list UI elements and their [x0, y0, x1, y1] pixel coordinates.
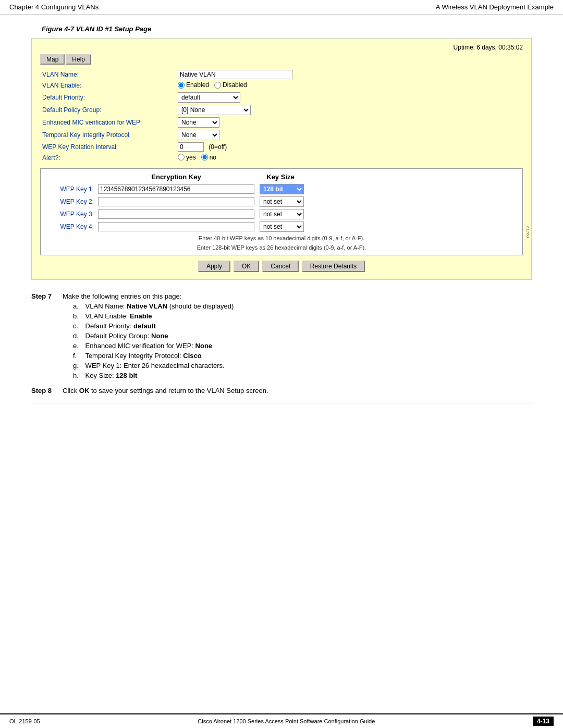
wep-key-1-input[interactable]: [98, 184, 254, 194]
action-buttons: Apply OK Cancel Restore Defaults: [40, 261, 523, 272]
step-7-content: Make the following entries on this page:…: [63, 292, 532, 381]
enc-hint-2: Enter 128-bit WEP keys as 26 hexadecimal…: [46, 244, 517, 251]
wep-key-2-size-select[interactable]: not set 64 bit 128 bit: [260, 196, 304, 207]
wep-rotation-row: WEP Key Rotation Interval: (0=off): [40, 141, 523, 153]
wep-key-2-label: WEP Key 2:: [46, 198, 98, 205]
step-7-label: Step 7: [31, 292, 63, 300]
wep-key-4-size-wrapper: not set 64 bit 128 bit: [260, 221, 307, 232]
enc-header-row: Encryption Key Key Size: [46, 173, 517, 181]
enhanced-mic-select[interactable]: None: [178, 117, 219, 128]
default-priority-row: Default Priority: default: [40, 91, 523, 104]
step-8-content: Click OK to save your settings and retur…: [63, 387, 532, 394]
alert-label: Alert?:: [40, 153, 176, 164]
wep-key-2-input-wrapper: [98, 197, 254, 206]
ok-button[interactable]: OK: [234, 261, 259, 272]
wep-key-3-row: WEP Key 3: not set 64 bit 128 bit: [46, 209, 517, 219]
wep-rotation-label: WEP Key Rotation Interval:: [40, 141, 176, 153]
step-7h-bold: 128 bit: [116, 372, 137, 379]
restore-defaults-button[interactable]: Restore Defaults: [302, 261, 365, 272]
step-7c: c. Default Priority: default: [73, 322, 532, 330]
tkip-label: Temporal Key Integrity Protocol:: [40, 129, 176, 141]
wep-key-2-size-wrapper: not set 64 bit 128 bit: [260, 196, 307, 207]
section-label: A Wireless VLAN Deployment Example: [436, 3, 554, 11]
wep-key-2-input[interactable]: [98, 197, 254, 206]
apply-button[interactable]: Apply: [198, 261, 230, 272]
wep-key-3-size-select[interactable]: not set 64 bit 128 bit: [260, 209, 304, 219]
chapter-label: Chapter 4 Configuring VLANs: [9, 3, 99, 11]
main-content: Figure 4-7 VLAN ID #1 Setup Page Uptime:…: [0, 15, 563, 422]
step-7a: a. VLAN Name: Native VLAN (should be dis…: [73, 302, 532, 310]
alert-no-label[interactable]: no: [201, 154, 216, 161]
disabled-radio[interactable]: [214, 82, 221, 89]
step-7d-bold: None: [151, 332, 168, 340]
wep-key-1-input-wrapper: [98, 184, 254, 194]
vlan-name-label: VLAN Name:: [40, 69, 176, 80]
uptime-row: Uptime: 6 days, 00:35:02: [40, 44, 523, 51]
wep-key-1-label: WEP Key 1:: [46, 186, 98, 193]
wep-key-1-size-select[interactable]: 128 bit 64 bit not set: [260, 184, 304, 194]
step-7e-bold: None: [195, 342, 213, 350]
step-7-intro: Make the following entries on this page:: [63, 292, 532, 300]
step-7-row: Step 7 Make the following entries on thi…: [31, 292, 532, 381]
step-7d: d. Default Policy Group: None: [73, 332, 532, 340]
default-priority-select[interactable]: default: [178, 92, 240, 103]
vlan-enable-row: VLAN Enable: Enabled Disabled: [40, 80, 523, 91]
tkip-select[interactable]: None: [178, 130, 219, 140]
enabled-radio[interactable]: [178, 82, 185, 89]
enhanced-mic-label: Enhanced MIC verification for WEP:: [40, 116, 176, 129]
vlan-enable-label: VLAN Enable:: [40, 80, 176, 91]
vlan-name-input[interactable]: [178, 70, 292, 79]
footer-divider: [31, 403, 532, 403]
alert-yes-radio[interactable]: [178, 154, 185, 161]
enc-size-header: Key Size: [254, 173, 307, 181]
enc-hint-1: Enter 40-bit WEP keys as 10 hexadecimal …: [46, 235, 517, 241]
step-8-row: Step 8 Click OK to save your settings an…: [31, 387, 532, 394]
wep-key-3-input[interactable]: [98, 209, 254, 219]
screenshot-box: Uptime: 6 days, 00:35:02 Map Help VLAN N…: [31, 38, 532, 280]
alert-no-radio[interactable]: [201, 154, 208, 161]
vlan-enable-radio-group: Enabled Disabled: [178, 81, 247, 89]
help-button[interactable]: Help: [66, 54, 91, 65]
disabled-radio-label[interactable]: Disabled: [214, 81, 247, 89]
wep-key-3-input-wrapper: [98, 209, 254, 219]
step-7f: f. Temporal Key Integrity Protocol: Cisc…: [73, 352, 532, 360]
wep-rotation-note: (0=off): [209, 143, 227, 151]
step-8-label: Step 8: [31, 387, 63, 394]
uptime-label: Uptime: 6 days, 00:35:02: [454, 44, 523, 51]
wep-rotation-input[interactable]: [178, 142, 204, 152]
step-7a-bold: Native VLAN: [127, 302, 167, 310]
enc-key-header: Encryption Key: [98, 173, 254, 181]
page-header: Chapter 4 Configuring VLANs A Wireless V…: [0, 0, 563, 15]
footer-center: Cisco Aironet 1200 Series Access Point S…: [198, 718, 375, 724]
step-7h: h. Key Size: 128 bit: [73, 372, 532, 379]
enhanced-mic-row: Enhanced MIC verification for WEP: None: [40, 116, 523, 129]
wep-key-2-row: WEP Key 2: not set 64 bit 128 bit: [46, 196, 517, 207]
step-7b: b. VLAN Enable: Enable: [73, 312, 532, 320]
wep-key-3-size-wrapper: not set 64 bit 128 bit: [260, 209, 307, 219]
step-8-ok-bold: OK: [79, 387, 90, 394]
alert-yes-label[interactable]: yes: [178, 154, 196, 161]
encryption-section: Encryption Key Key Size WEP Key 1: 128 b…: [40, 168, 523, 255]
wep-key-4-size-select[interactable]: not set 64 bit 128 bit: [260, 221, 304, 232]
enabled-radio-label[interactable]: Enabled: [178, 81, 209, 89]
steps-section: Step 7 Make the following entries on thi…: [31, 292, 532, 394]
default-policy-select[interactable]: [0] None: [178, 105, 251, 115]
step-7b-bold: Enable: [130, 312, 152, 320]
page-footer: OL-2159-05 Cisco Aironet 1200 Series Acc…: [0, 713, 563, 728]
step-7e: e. Enhanced MIC verification for WEP: No…: [73, 342, 532, 350]
vlan-name-row: VLAN Name:: [40, 69, 523, 80]
doc-number: OL-2159-05: [9, 718, 40, 724]
side-label: 61760: [525, 226, 530, 238]
wep-key-4-row: WEP Key 4: not set 64 bit 128 bit: [46, 221, 517, 232]
default-priority-label: Default Priority:: [40, 91, 176, 104]
wep-key-4-input[interactable]: [98, 222, 254, 231]
wep-key-1-row: WEP Key 1: 128 bit 64 bit not set: [46, 184, 517, 194]
alert-row: Alert?: yes no: [40, 153, 523, 164]
map-button[interactable]: Map: [40, 54, 65, 65]
alert-radio-group: yes no: [178, 154, 216, 161]
step-7c-bold: default: [133, 322, 156, 330]
step-7g: g. WEP Key 1: Enter 26 hexadecimal chara…: [73, 362, 532, 369]
cancel-button[interactable]: Cancel: [262, 261, 298, 272]
wep-key-4-label: WEP Key 4:: [46, 223, 98, 230]
default-policy-row: Default Policy Group: [0] None: [40, 104, 523, 116]
